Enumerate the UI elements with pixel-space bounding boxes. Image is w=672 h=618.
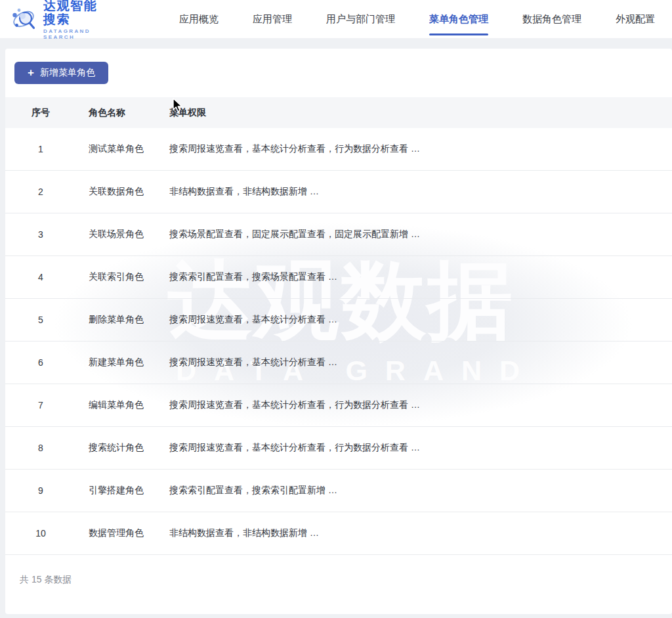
row-index-cell: 3 [32, 229, 89, 240]
table-row[interactable]: 9 引擎搭建角色 搜索索引配置查看，搜索索引配置新增 … [5, 470, 672, 512]
row-index-cell: 5 [32, 315, 89, 325]
row-index-cell: 9 [32, 485, 89, 496]
nav-tab-bar: 应用概览 应用管理 用户与部门管理 菜单角色管理 数据角色管理 外观配置 [162, 0, 672, 38]
role-name-cell: 新建菜单角色 [89, 357, 169, 368]
menu-permissions-cell: 搜索索引配置查看，搜索场景配置查看 … [169, 271, 672, 283]
column-header-permissions: 菜单权限 [169, 107, 672, 119]
menu-permissions-cell: 搜索场景配置查看，固定展示配置查看，固定展示配置新增 … [169, 229, 672, 240]
row-index-cell: 7 [32, 400, 89, 410]
nav-tab-label: 外观配置 [616, 13, 655, 26]
role-name-cell: 关联索引角色 [89, 271, 169, 283]
brand-text: 达观智能搜索 DATAGRAND SEARCH [43, 0, 108, 40]
table-row[interactable]: 4 关联索引角色 搜索索引配置查看，搜索场景配置查看 … [5, 256, 672, 299]
nav-tab-label: 用户与部门管理 [326, 13, 395, 26]
menu-permissions-cell: 搜索周报速览查看，基本统计分析查看 … [169, 314, 672, 326]
role-name-cell: 删除菜单角色 [89, 314, 169, 326]
brand-logo: 达观智能搜索 DATAGRAND SEARCH [10, 0, 108, 40]
table-row[interactable]: 3 关联场景角色 搜索场景配置查看，固定展示配置查看，固定展示配置新增 … [5, 213, 672, 256]
brand-name: 达观智能搜索 [43, 0, 108, 26]
menu-permissions-cell: 非结构数据查看，非结构数据新增 … [169, 527, 672, 539]
nav-tab-用户与部门管理[interactable]: 用户与部门管理 [309, 0, 412, 38]
column-header-role-name: 角色名称 [89, 107, 169, 119]
row-index-cell: 10 [32, 528, 89, 539]
add-menu-role-button-label: 新增菜单角色 [40, 67, 95, 79]
role-name-cell: 搜索统计角色 [89, 442, 169, 454]
role-name-cell: 关联数据角色 [89, 186, 169, 198]
plus-icon: + [28, 67, 34, 78]
role-name-cell: 关联场景角色 [89, 229, 169, 240]
role-name-cell: 数据管理角色 [89, 527, 169, 539]
nav-tab-应用概览[interactable]: 应用概览 [162, 0, 236, 38]
nav-tab-菜单角色管理[interactable]: 菜单角色管理 [412, 0, 505, 38]
row-index-cell: 6 [32, 357, 89, 368]
row-index-cell: 1 [32, 144, 89, 154]
content-card: 达观数据 DATA GRAND + 新增菜单角色 序号 角色名称 菜单权限 1 … [5, 49, 672, 614]
menu-permissions-cell: 非结构数据查看，非结构数据新增 … [169, 186, 672, 198]
add-menu-role-button[interactable]: + 新增菜单角色 [14, 62, 108, 84]
role-name-cell: 测试菜单角色 [89, 143, 169, 155]
menu-role-table: 序号 角色名称 菜单权限 1 测试菜单角色 搜索周报速览查看，基本统计分析查看，… [5, 97, 672, 555]
nav-tab-应用管理[interactable]: 应用管理 [236, 0, 309, 38]
role-name-cell: 引擎搭建角色 [89, 485, 169, 497]
nav-tab-外观配置[interactable]: 外观配置 [598, 0, 672, 38]
total-count-text: 共 15 条数据 [20, 574, 72, 586]
role-name-cell: 编辑菜单角色 [89, 399, 169, 411]
nav-tab-label: 应用管理 [253, 13, 292, 26]
atom-magnifier-icon [10, 5, 38, 33]
table-row[interactable]: 10 数据管理角色 非结构数据查看，非结构数据新增 … [5, 512, 672, 555]
row-index-cell: 2 [32, 187, 89, 197]
row-index-cell: 4 [32, 272, 89, 282]
menu-permissions-cell: 搜索周报速览查看，基本统计分析查看，行为数据分析查看 … [169, 143, 672, 155]
table-body: 1 测试菜单角色 搜索周报速览查看，基本统计分析查看，行为数据分析查看 … 2 … [5, 128, 672, 555]
menu-permissions-cell: 搜索周报速览查看，基本统计分析查看 … [169, 357, 672, 368]
table-row[interactable]: 7 编辑菜单角色 搜索周报速览查看，基本统计分析查看，行为数据分析查看 … [5, 384, 672, 427]
menu-permissions-cell: 搜索周报速览查看，基本统计分析查看，行为数据分析查看 … [169, 399, 672, 411]
nav-tab-数据角色管理[interactable]: 数据角色管理 [505, 0, 598, 38]
menu-permissions-cell: 搜索索引配置查看，搜索索引配置新增 … [169, 485, 672, 497]
table-row[interactable]: 1 测试菜单角色 搜索周报速览查看，基本统计分析查看，行为数据分析查看 … [5, 128, 672, 171]
brand-subtitle: DATAGRAND SEARCH [43, 28, 108, 40]
nav-tab-label: 应用概览 [179, 13, 219, 26]
menu-permissions-cell: 搜索周报速览查看，基本统计分析查看，行为数据分析查看 … [169, 442, 672, 454]
nav-tab-label: 数据角色管理 [522, 13, 581, 26]
top-navigation: 达观智能搜索 DATAGRAND SEARCH 应用概览 应用管理 用户与部门管… [0, 0, 672, 38]
column-header-index: 序号 [32, 107, 89, 119]
table-header-row: 序号 角色名称 菜单权限 [5, 97, 672, 128]
table-row[interactable]: 8 搜索统计角色 搜索周报速览查看，基本统计分析查看，行为数据分析查看 … [5, 427, 672, 470]
table-row[interactable]: 2 关联数据角色 非结构数据查看，非结构数据新增 … [5, 171, 672, 213]
table-row[interactable]: 6 新建菜单角色 搜索周报速览查看，基本统计分析查看 … [5, 342, 672, 384]
row-index-cell: 8 [32, 443, 89, 453]
nav-tab-label: 菜单角色管理 [429, 13, 488, 26]
table-row[interactable]: 5 删除菜单角色 搜索周报速览查看，基本统计分析查看 … [5, 299, 672, 342]
